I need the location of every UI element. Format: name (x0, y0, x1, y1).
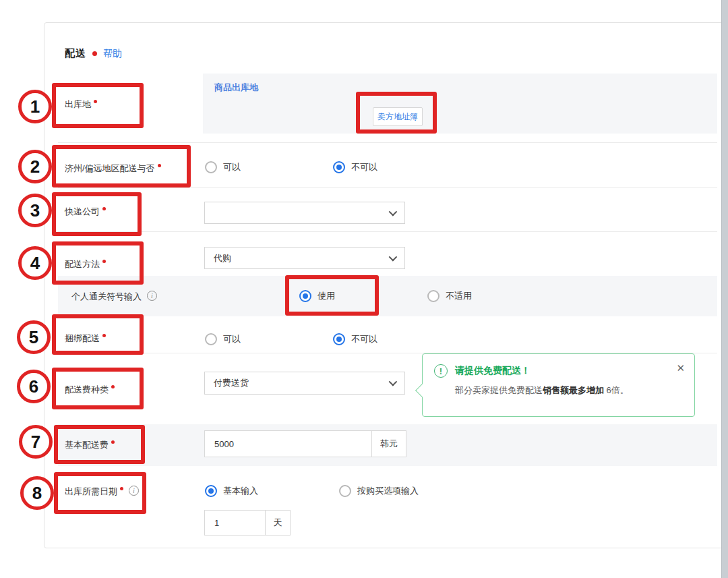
radio-leadtime-by-option[interactable]: 按购买选项输入 (339, 485, 419, 497)
customs-code-band: 个人通关符号输入 使用 不适用 (58, 276, 717, 316)
radio-label: 可以 (223, 161, 241, 173)
radio-circle-icon[interactable] (299, 290, 311, 302)
required-dot-icon (94, 100, 97, 103)
tooltip-body-text: 6倍。 (604, 385, 629, 395)
card-title: 配送 (65, 47, 86, 60)
fee-type-select[interactable]: 付费送货 (204, 372, 405, 395)
vertical-scrollbar[interactable] (721, 0, 728, 578)
label-text: 捆绑配送 (65, 333, 100, 345)
required-dot-icon (102, 207, 106, 210)
radio-leadtime-basic[interactable]: 基本输入 (205, 485, 258, 497)
label-text: 出库地 (65, 98, 91, 111)
required-dot-icon (120, 487, 123, 490)
label-customs-code: 个人通关符号输入 (71, 291, 157, 303)
help-link[interactable]: 帮助 (103, 48, 122, 60)
base-fee-unit: 韩元 (371, 430, 406, 457)
label-text: 快递公司 (65, 206, 100, 218)
radio-customs-use[interactable]: 使用 (299, 290, 335, 302)
radio-circle-icon[interactable] (205, 161, 217, 173)
label-text: 配送方法 (65, 258, 100, 270)
radio-jeju-no[interactable]: 不可以 (333, 161, 377, 173)
page: 配送 帮助 出库地 商品出库地 卖方地址簿 济州/偏远地区配送与否 可以 不可以 (0, 0, 728, 578)
exclamation-circle-icon (434, 364, 448, 378)
shipping-origin-panel: 商品出库地 卖方地址簿 (203, 74, 717, 134)
lead-time-input-group: 天 (204, 510, 291, 536)
label-courier: 快递公司 (65, 206, 106, 218)
label-text: 出库所需日期 (65, 486, 117, 498)
radio-label: 不适用 (446, 290, 472, 302)
radio-jeju-yes[interactable]: 可以 (205, 161, 241, 173)
tooltip-body-text: 部分卖家提供免费配送 (455, 385, 543, 395)
required-dot-icon (92, 51, 97, 56)
delivery-method-select[interactable]: 代购 (204, 247, 405, 269)
radio-circle-icon[interactable] (205, 333, 217, 345)
panel-title: 商品出库地 (214, 82, 258, 94)
chevron-down-icon (389, 208, 398, 216)
info-icon[interactable] (147, 291, 157, 301)
radio-circle-icon[interactable] (427, 290, 439, 302)
required-dot-icon (111, 385, 115, 388)
lead-time-unit: 天 (265, 510, 291, 536)
seller-address-book-button[interactable]: 卖方地址簿 (373, 107, 423, 126)
required-dot-icon (158, 164, 161, 167)
annotation-circle-8: 8 (20, 476, 54, 510)
card-header: 配送 帮助 (65, 47, 122, 60)
radio-circle-icon[interactable] (333, 161, 345, 173)
required-dot-icon (102, 334, 106, 337)
delivery-settings-card: 配送 帮助 出库地 商品出库地 卖方地址簿 济州/偏远地区配送与否 可以 不可以 (44, 22, 725, 548)
annotation-circle-3: 3 (18, 194, 52, 227)
radio-label: 按购买选项输入 (357, 485, 419, 497)
label-jeju-remote: 济州/偏远地区配送与否 (65, 163, 161, 175)
annotation-circle-7: 7 (19, 425, 53, 459)
separator (58, 142, 717, 143)
courier-select[interactable] (204, 202, 405, 224)
radio-circle-icon[interactable] (205, 485, 217, 497)
tooltip-body-bold: 销售额最多增加 (543, 385, 604, 395)
label-text: 基本配送费 (65, 439, 109, 451)
free-shipping-tooltip: 请提供免费配送！ ✕ 部分卖家提供免费配送销售额最多增加 6倍。 (422, 353, 695, 417)
label-fee-type: 配送费种类 (65, 384, 115, 396)
annotation-circle-4: 4 (18, 246, 52, 280)
select-value: 代购 (214, 252, 231, 264)
chevron-down-icon (389, 253, 398, 262)
tooltip-title: 请提供免费配送！ (455, 365, 530, 377)
label-shipping-origin: 出库地 (65, 98, 97, 111)
tooltip-arrow (415, 384, 429, 397)
radio-circle-icon[interactable] (333, 333, 345, 345)
radio-customs-not-applicable[interactable]: 不适用 (427, 290, 472, 302)
info-icon[interactable] (129, 486, 139, 496)
lead-time-input[interactable] (204, 510, 266, 536)
annotation-circle-5: 5 (17, 320, 51, 354)
radio-bundle-no[interactable]: 不可以 (333, 333, 377, 345)
label-delivery-method: 配送方法 (65, 258, 106, 270)
annotation-circle-2: 2 (18, 150, 52, 183)
radio-circle-icon[interactable] (339, 485, 351, 497)
radio-label: 基本输入 (223, 485, 258, 497)
tooltip-body: 部分卖家提供免费配送销售额最多增加 6倍。 (455, 384, 629, 397)
radio-label: 可以 (223, 333, 241, 345)
label-text: 配送费种类 (65, 384, 109, 396)
required-dot-icon (111, 440, 115, 444)
radio-label: 不可以 (351, 161, 377, 173)
select-value: 付费送货 (214, 377, 249, 389)
required-dot-icon (102, 260, 106, 263)
separator (58, 187, 717, 188)
radio-bundle-yes[interactable]: 可以 (205, 333, 241, 345)
annotation-circle-1: 1 (18, 90, 52, 123)
close-icon[interactable]: ✕ (676, 362, 685, 374)
separator (58, 231, 717, 232)
label-bundle: 捆绑配送 (65, 333, 106, 345)
radio-label: 使用 (317, 290, 335, 302)
base-fee-input-group: 韩元 (204, 430, 406, 457)
label-text: 个人通关符号输入 (71, 291, 142, 303)
label-text: 济州/偏远地区配送与否 (65, 163, 155, 175)
label-base-fee: 基本配送费 (65, 439, 115, 451)
radio-label: 不可以 (351, 333, 377, 345)
chevron-down-icon (389, 378, 398, 386)
label-lead-time: 出库所需日期 (65, 486, 139, 498)
annotation-circle-6: 6 (17, 370, 51, 403)
base-fee-input[interactable] (204, 430, 372, 457)
